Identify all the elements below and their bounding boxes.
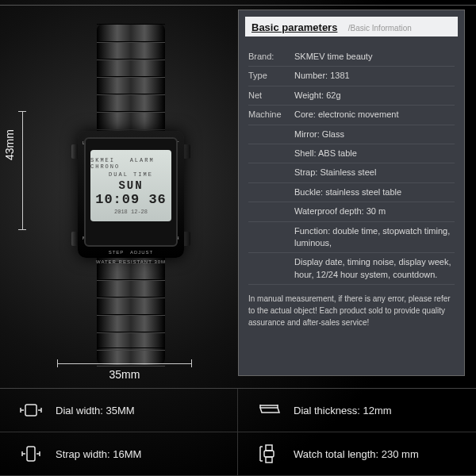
- spec-row: Buckle: stainless steel table: [248, 183, 455, 202]
- metric-label: Dial thickness: 12mm: [294, 405, 392, 416]
- spec-row: TypeNumber: 1381: [248, 67, 455, 86]
- lcd-brand: SKMEI: [90, 157, 115, 163]
- dial-width-icon: [17, 400, 44, 420]
- metric-total-length: Watch total length: 230 mm: [238, 432, 476, 476]
- lcd-date: 2018 12-28: [114, 209, 148, 215]
- label-step: STEP: [109, 250, 125, 255]
- metric-strap-width: Strap width: 16MM: [0, 432, 238, 476]
- metrics-grid: Dial width: 35MM Dial thickness: 12mm St…: [0, 388, 476, 476]
- watch-case: LIGHT SET MODE 12/24H SKMEI ALARM CHRONO…: [78, 131, 184, 258]
- dimension-width: 35mm: [57, 359, 192, 382]
- spec-row: MachineCore: electronic movement: [248, 106, 455, 125]
- lcd-day: SUN: [118, 179, 143, 192]
- lcd-dual: DUAL TIME: [109, 171, 153, 178]
- spec-row: Strap: Stainless steel: [248, 163, 455, 182]
- watch-image: LIGHT SET MODE 12/24H SKMEI ALARM CHRONO…: [48, 24, 214, 365]
- dimension-width-value: 35mm: [57, 368, 192, 381]
- label-wr: WATER RESISTANT 30M: [78, 259, 184, 264]
- spec-list: Brand:SKMEV time beauty TypeNumber: 1381…: [239, 43, 464, 335]
- spec-panel-header: Basic parameters /Basic Information: [245, 17, 458, 36]
- spec-row: Function: double time, stopwatch timing,…: [248, 222, 455, 254]
- spec-panel: Basic parameters /Basic Information Bran…: [238, 10, 465, 376]
- top-rule: [0, 5, 476, 6]
- label-adjust: ADJUST: [130, 250, 153, 255]
- svg-rect-3: [264, 451, 274, 457]
- lcd-time: 10:09 36: [95, 192, 167, 207]
- svg-rect-1: [27, 447, 35, 461]
- panel-subtitle: /Basic Information: [348, 24, 412, 33]
- metric-dial-thickness: Dial thickness: 12mm: [238, 389, 476, 432]
- watch-lcd: SKMEI ALARM CHRONO DUAL TIME SUN 10:09 3…: [90, 150, 171, 221]
- spec-row: Shell: ABS table: [248, 144, 455, 163]
- spec-row: Brand:SKMEV time beauty: [248, 48, 455, 67]
- svg-rect-4: [266, 457, 272, 463]
- spec-row: Waterproof depth: 30 m: [248, 202, 455, 221]
- metric-label: Strap width: 16MM: [56, 448, 141, 460]
- spec-row: Display date, timing noise, display week…: [248, 253, 455, 285]
- dimension-height-value: 43mm: [3, 129, 16, 160]
- dial-thickness-icon: [255, 400, 282, 420]
- svg-rect-2: [266, 445, 272, 451]
- total-length-icon: [255, 443, 282, 464]
- spec-row: Mirror: Glass: [248, 125, 455, 144]
- panel-title: Basic parameters: [251, 21, 337, 33]
- dimension-height: 43mm: [14, 111, 46, 230]
- spec-row: NetWeight: 62g: [248, 86, 455, 106]
- panel-note: In manual measurement, if there is any e…: [248, 293, 455, 328]
- product-infographic: LIGHT SET MODE 12/24H SKMEI ALARM CHRONO…: [0, 0, 476, 476]
- metric-dial-width: Dial width: 35MM: [0, 389, 238, 432]
- metric-label: Watch total length: 230 mm: [294, 448, 419, 460]
- svg-rect-0: [25, 405, 36, 416]
- metric-label: Dial width: 35MM: [56, 405, 135, 416]
- strap-width-icon: [17, 443, 44, 464]
